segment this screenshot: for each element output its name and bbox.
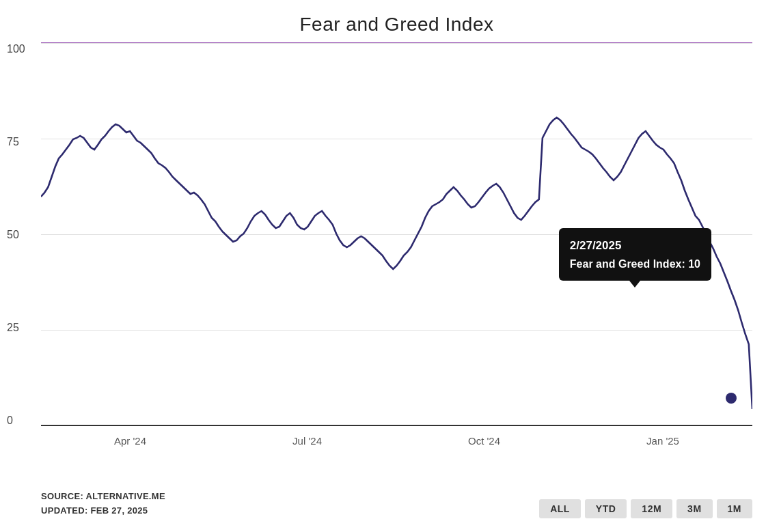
time-btn-all[interactable]: ALL bbox=[539, 499, 581, 518]
y-label-50: 50 bbox=[7, 229, 25, 240]
y-label-25: 25 bbox=[7, 322, 25, 333]
source-line2: UPDATED: FEB 27, 2025 bbox=[41, 504, 165, 518]
source-line1: SOURCE: ALTERNATIVE.ME bbox=[41, 490, 165, 504]
y-label-100: 100 bbox=[7, 44, 25, 55]
time-btn-ytd[interactable]: YTD bbox=[585, 499, 627, 518]
chart-area: 0 25 50 75 100 2/27/2025 Fear and Greed … bbox=[41, 44, 752, 426]
line-chart-svg bbox=[41, 44, 752, 426]
data-point-dot bbox=[726, 393, 737, 404]
chart-title: Fear and Greed Index bbox=[41, 14, 752, 36]
x-label-jul24: Jul '24 bbox=[292, 435, 322, 447]
footer: SOURCE: ALTERNATIVE.ME UPDATED: FEB 27, … bbox=[41, 490, 752, 518]
x-axis-line bbox=[41, 425, 752, 426]
source-info: SOURCE: ALTERNATIVE.ME UPDATED: FEB 27, … bbox=[41, 490, 165, 518]
y-axis: 0 25 50 75 100 bbox=[7, 44, 25, 426]
y-label-75: 75 bbox=[7, 137, 25, 148]
time-btn-1m[interactable]: 1M bbox=[717, 499, 752, 518]
x-label-apr24: Apr '24 bbox=[114, 435, 146, 447]
x-axis: Apr '24 Jul '24 Oct '24 Jan '25 bbox=[41, 435, 752, 447]
y-label-0: 0 bbox=[7, 415, 25, 426]
x-label-jan25: Jan '25 bbox=[646, 435, 679, 447]
time-range-buttons: ALLYTD12M3M1M bbox=[539, 499, 752, 518]
x-label-oct24: Oct '24 bbox=[468, 435, 500, 447]
time-btn-12m[interactable]: 12M bbox=[631, 499, 672, 518]
chart-container: Fear and Greed Index 0 25 50 75 100 2/27… bbox=[0, 0, 766, 532]
time-btn-3m[interactable]: 3M bbox=[676, 499, 712, 518]
